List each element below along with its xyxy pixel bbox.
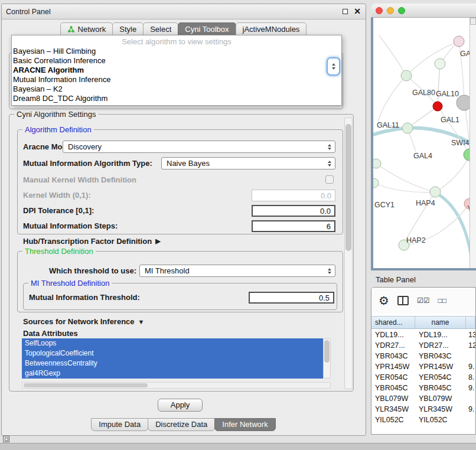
network-node-label: GAL11 — [377, 121, 399, 129]
attribute-item[interactable]: TopologicalCoefficient — [22, 348, 323, 358]
dpi-tolerance-input[interactable]: 0.0 — [252, 205, 335, 217]
table-row[interactable]: YBR043CYBR043C — [371, 351, 475, 361]
table-cell: YBR043C — [371, 352, 415, 360]
network-node[interactable] — [464, 149, 470, 161]
traffic-light-close-icon[interactable] — [376, 7, 383, 14]
bottom-tab-infer-network[interactable]: Infer Network — [214, 418, 275, 431]
table-row[interactable]: YLR345WYLR345W9. — [371, 404, 475, 415]
bottom-tab-impute-label: Impute Data — [99, 420, 141, 429]
table-toolbar: ⚙ ☑☑ □□ — [371, 288, 475, 314]
algorithm-option[interactable]: Bayesian – Hill Climbing — [12, 47, 341, 56]
mi-threshold-label: Mutual Information Threshold: — [29, 292, 140, 304]
mi-threshold-input[interactable]: 0.5 — [249, 292, 334, 304]
network-node[interactable] — [373, 178, 379, 188]
hub-section-toggle[interactable]: Hub/Transcription Factor Definition ▶ — [23, 237, 161, 246]
gear-icon[interactable]: ⚙ — [379, 295, 389, 306]
traffic-light-minimize-icon[interactable] — [387, 7, 394, 14]
focused-spinner-button[interactable] — [327, 57, 340, 76]
combo-arrows-icon — [326, 158, 333, 169]
attribute-item[interactable]: SelfLoops — [22, 338, 323, 348]
aracne-mode-value: Discovery — [68, 142, 102, 151]
unchecked-pair-icon[interactable]: □□ — [438, 296, 446, 305]
checked-pair-icon[interactable]: ☑☑ — [417, 296, 430, 305]
kernel-width-value: 0.0 — [321, 191, 331, 200]
attributes-scrollbar-thumb[interactable] — [324, 340, 330, 363]
traffic-light-zoom-icon[interactable] — [398, 7, 405, 14]
aracne-mode-select[interactable]: Discovery — [63, 141, 335, 153]
tab-jactivemnodules[interactable]: jActiveMNodules — [236, 22, 307, 36]
bottom-tab-discretize-data[interactable]: Discretize Data — [148, 418, 215, 431]
network-scrollbar[interactable] — [470, 18, 476, 268]
apply-button[interactable]: Apply — [158, 399, 203, 412]
tab-style[interactable]: Style — [112, 22, 144, 36]
table-row[interactable]: YIL052CYIL052C — [371, 415, 475, 425]
algorithm-option[interactable]: Bayesian – K2 — [12, 84, 341, 94]
close-icon[interactable]: ✕ — [354, 6, 361, 16]
network-node[interactable] — [433, 102, 442, 111]
bottom-tab-impute-data[interactable]: Impute Data — [91, 418, 148, 431]
cyni-settings-group-title: Cyni Algorithm Settings — [14, 110, 98, 119]
table-cell: YDR27... — [415, 341, 466, 350]
table-row[interactable]: YBR045CYBR045C9. — [371, 383, 475, 393]
table-row[interactable]: YER054CYER054C8. — [371, 372, 475, 383]
mi-type-select[interactable]: Naive Bayes — [161, 157, 335, 169]
network-canvas[interactable]: GALGAL80GAL10GAL11GAL1SWI4GAL4GCY1HAP4YH… — [373, 18, 470, 268]
network-edge — [379, 35, 406, 76]
table-row[interactable]: YBL079WYBL079W — [371, 393, 475, 404]
column-header-shared-name[interactable]: shared... — [371, 317, 415, 328]
sources-toggle[interactable]: Sources for Network Inference ▼ — [23, 317, 144, 326]
algorithm-option[interactable]: ARACNE Algorithm — [12, 66, 341, 75]
kernel-width-input[interactable]: 0.0 — [252, 190, 335, 201]
network-edge — [438, 64, 440, 106]
network-node-label: GAL80 — [412, 89, 435, 97]
network-icon — [67, 25, 75, 33]
network-node[interactable] — [401, 70, 412, 81]
attributes-hscrollbar[interactable] — [22, 382, 331, 389]
network-view-window: GALGAL80GAL10GAL11GAL1SWI4GAL4GCY1HAP4YH… — [371, 4, 476, 270]
network-canvas-area[interactable]: GALGAL80GAL10GAL11GAL1SWI4GAL4GCY1HAP4YH… — [373, 18, 476, 268]
mi-type-label: Mutual Information Algorithm Type: — [23, 158, 152, 169]
table-cell: 12 — [466, 341, 475, 350]
algorithm-option[interactable]: Dream8 DC_TDC Algorithm — [12, 94, 341, 103]
column-header-cut[interactable] — [466, 317, 475, 328]
attributes-hscrollbar-thumb[interactable] — [24, 383, 148, 387]
tab-network[interactable]: Network — [60, 22, 113, 36]
tab-select[interactable]: Select — [143, 22, 178, 36]
network-node[interactable] — [373, 159, 381, 168]
network-node-label: GAL — [460, 50, 470, 58]
tab-cyni-toolbox-label: Cyni Toolbox — [185, 23, 229, 35]
network-scrollbar-button[interactable] — [470, 18, 476, 25]
mi-steps-value: 6 — [327, 222, 331, 231]
data-attributes-label: Data Attributes — [23, 328, 78, 340]
network-node[interactable] — [430, 187, 441, 197]
float-window-icon[interactable] — [343, 9, 348, 14]
which-threshold-select[interactable]: MI Threshold — [139, 265, 335, 277]
table-row[interactable]: YDL19...YDL19...13 — [371, 330, 475, 340]
tab-network-label: Network — [78, 23, 106, 35]
bottom-status-strip — [0, 443, 476, 450]
kernel-width-label: Kernel Width (0,1): — [23, 190, 91, 201]
network-node[interactable] — [402, 123, 413, 133]
control-panel-tab-bar: Network Style Select Cyni Toolbox jActiv… — [2, 22, 366, 36]
table-row[interactable]: YPR145WYPR145W9. — [371, 361, 475, 372]
tab-cyni-toolbox[interactable]: Cyni Toolbox — [178, 22, 236, 36]
settings-scrollbar-thumb[interactable] — [345, 124, 351, 251]
dock-panel-icon[interactable] — [3, 436, 9, 442]
tab-jactivemnodules-label: jActiveMNodules — [243, 23, 300, 35]
algorithm-option[interactable]: Basic Correlation Inference — [12, 56, 341, 66]
attribute-item[interactable]: gal4RGexp — [22, 369, 323, 379]
column-header-name[interactable]: name — [415, 317, 466, 328]
columns-icon[interactable] — [397, 296, 409, 305]
attributes-scrollbar[interactable] — [323, 338, 331, 379]
mi-steps-input[interactable]: 6 — [252, 220, 335, 232]
settings-scrollbar[interactable] — [344, 118, 353, 389]
table-row[interactable]: YDR27...YDR27...12 — [371, 340, 475, 351]
table-cell: YDR27... — [371, 341, 415, 350]
control-panel-window: Control Panel ✕ Network Style Select Cyn… — [1, 4, 366, 436]
network-node[interactable] — [454, 36, 464, 47]
attribute-item[interactable]: BetweennessCentrality — [22, 358, 323, 369]
manual-kernel-checkbox[interactable] — [325, 175, 334, 184]
algorithm-option[interactable]: Mutual Information Inference — [12, 75, 341, 84]
network-edge — [374, 183, 435, 193]
network-node[interactable] — [435, 58, 445, 69]
